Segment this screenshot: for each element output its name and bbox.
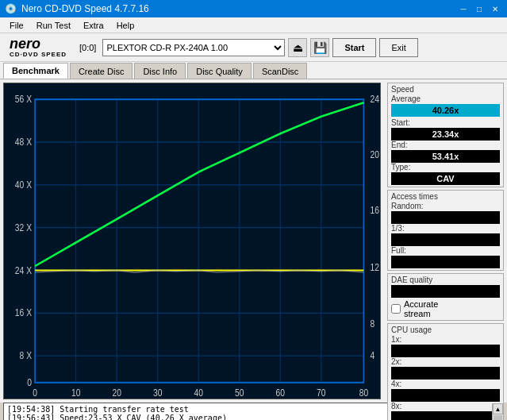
cpu-label: CPU usage (391, 326, 500, 334)
svg-text:24: 24 (371, 93, 380, 106)
cpu-x1-value (391, 345, 500, 357)
minimize-button[interactable]: ─ (456, 2, 471, 15)
drive-select[interactable]: PLEXTOR CD-R PX-240A 1.00 (102, 39, 285, 56)
tab-disc-info[interactable]: Disc Info (134, 63, 186, 79)
cpu-x4-value (391, 389, 500, 402)
title-bar-controls: ─ □ ✕ (456, 2, 502, 15)
svg-text:8: 8 (371, 317, 375, 329)
svg-text:4: 4 (371, 349, 375, 362)
exit-button[interactable]: Exit (379, 38, 417, 57)
tab-bar: Benchmark Create Disc Disc Info Disc Qua… (0, 62, 507, 79)
svg-text:80: 80 (359, 387, 369, 399)
log-line-1: [19:54:38] Starting transfer rate test (7, 405, 487, 414)
one-third-value (391, 233, 500, 246)
menu-bar: File Run Test Extra Help (0, 17, 507, 33)
svg-text:30: 30 (153, 387, 163, 399)
average-value: 40.26x (391, 104, 500, 117)
tab-disc-quality[interactable]: Disc Quality (187, 63, 252, 79)
start-label: Start: (391, 118, 500, 127)
speed-section: Speed Average 40.26x Start: 23.34x End: … (387, 83, 504, 187)
accurate-label: Accurate stream (404, 299, 438, 318)
dae-section: DAE quality Accurate stream (387, 273, 504, 321)
dae-value (391, 285, 500, 298)
svg-text:40: 40 (194, 387, 204, 399)
svg-text:50: 50 (235, 387, 244, 399)
random-label: Random: (391, 202, 500, 210)
start-button[interactable]: Start (332, 38, 376, 57)
cpu-x2-label: 2x: (391, 357, 500, 366)
log-scrollbar: ▲ ▼ (492, 403, 503, 420)
svg-text:16 X: 16 X (15, 306, 32, 319)
start-value: 23.34x (391, 128, 500, 141)
window-title: Nero CD-DVD Speed 4.7.7.16 (21, 3, 149, 14)
menu-file[interactable]: File (3, 19, 30, 32)
chart-svg: 56 X 48 X 40 X 32 X 24 X 16 X 8 X 0 24 2… (4, 83, 380, 399)
nero-sub-brand: CD·DVD SPEED (10, 51, 67, 58)
svg-text:20: 20 (112, 387, 121, 399)
cpu-x1-label: 1x: (391, 335, 500, 344)
nero-brand: nero (10, 37, 40, 51)
menu-help[interactable]: Help (110, 19, 141, 32)
svg-text:10: 10 (71, 387, 81, 399)
tab-benchmark[interactable]: Benchmark (3, 63, 68, 79)
menu-run-test[interactable]: Run Test (30, 19, 77, 32)
average-label: Average (391, 94, 500, 103)
cpu-x4-label: 4x: (391, 380, 500, 388)
svg-text:12: 12 (371, 260, 380, 273)
accurate-stream-row: Accurate stream (391, 299, 500, 318)
maximize-button[interactable]: □ (472, 2, 486, 15)
access-times-label: Access times (391, 192, 500, 201)
svg-rect-0 (4, 83, 380, 399)
tab-create-disc[interactable]: Create Disc (70, 63, 133, 79)
cpu-x2-value (391, 367, 500, 380)
svg-text:0: 0 (27, 376, 32, 388)
nero-logo: nero CD·DVD SPEED (3, 37, 73, 58)
log-area: [19:54:38] Starting transfer rate test [… (3, 403, 504, 420)
drive-label: [0:0] (76, 43, 99, 52)
tab-scan-disc[interactable]: ScanDisc (253, 63, 307, 79)
svg-text:8 X: 8 X (20, 349, 32, 362)
log-content: [19:54:38] Starting transfer rate test [… (4, 403, 490, 420)
svg-text:0: 0 (33, 387, 37, 399)
full-label: Full: (391, 246, 500, 255)
toolbar: nero CD·DVD SPEED [0:0] PLEXTOR CD-R PX-… (0, 33, 507, 62)
accurate-stream-checkbox[interactable] (391, 304, 401, 314)
svg-text:48 X: 48 X (15, 136, 32, 148)
one-third-label: 1/3: (391, 224, 500, 233)
svg-text:20: 20 (371, 148, 380, 161)
title-bar-text: 💿 Nero CD-DVD Speed 4.7.7.16 (5, 3, 149, 14)
scroll-up-button[interactable]: ▲ (493, 403, 503, 414)
end-label: End: (391, 141, 500, 149)
type-value: CAV (391, 172, 500, 185)
speed-label: Speed (391, 85, 500, 94)
svg-text:40 X: 40 X (15, 179, 32, 191)
save-button[interactable]: 💾 (310, 38, 329, 57)
svg-text:24 X: 24 X (15, 264, 32, 276)
right-panel: Speed Average 40.26x Start: 23.34x End: … (384, 79, 507, 403)
svg-text:16: 16 (371, 204, 380, 217)
end-value: 53.41x (391, 150, 500, 163)
log-line-2: [19:56:43] Speed:23-53 X CAV (40.26 X av… (7, 414, 487, 420)
title-bar: 💿 Nero CD-DVD Speed 4.7.7.16 ─ □ ✕ (0, 0, 507, 17)
svg-text:56 X: 56 X (15, 93, 32, 106)
random-value (391, 211, 500, 224)
close-button[interactable]: ✕ (488, 2, 502, 15)
type-label: Type: (391, 163, 500, 171)
menu-extra[interactable]: Extra (77, 19, 110, 32)
eject-button[interactable]: ⏏ (288, 38, 307, 57)
app-icon: 💿 (5, 3, 17, 14)
svg-text:60: 60 (276, 387, 286, 399)
access-times-section: Access times Random: 1/3: Full: (387, 190, 504, 271)
chart-container: 56 X 48 X 40 X 32 X 24 X 16 X 8 X 0 24 2… (3, 83, 381, 399)
main-content: 56 X 48 X 40 X 32 X 24 X 16 X 8 X 0 24 2… (0, 79, 507, 403)
dae-label: DAE quality (391, 276, 500, 284)
svg-text:32 X: 32 X (15, 221, 32, 233)
scroll-thumb[interactable] (494, 415, 502, 420)
full-value (391, 256, 500, 268)
svg-text:70: 70 (317, 387, 326, 399)
